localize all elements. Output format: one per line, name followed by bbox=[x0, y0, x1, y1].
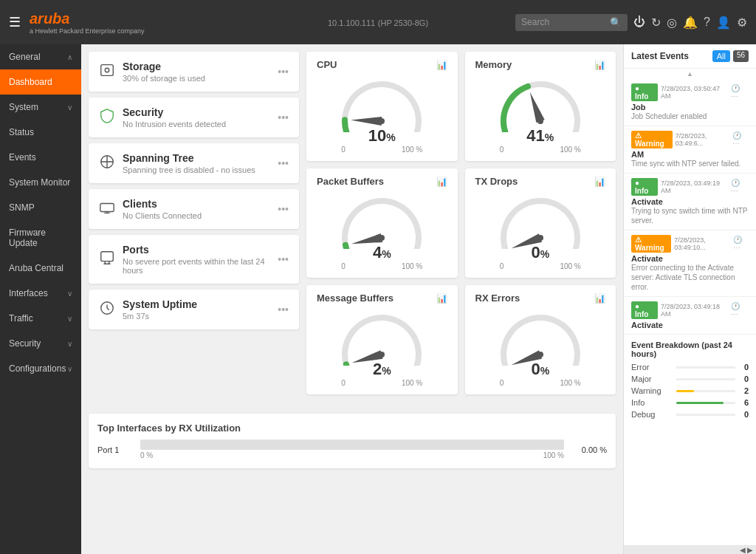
event-icons-2: 🕐 ⋯ bbox=[731, 179, 749, 195]
sidebar-aruba-label: Aruba Central bbox=[9, 263, 63, 273]
sidebar-item-dashboard[interactable]: Dashboard bbox=[0, 69, 81, 95]
logo: aruba a Hewlett Packard Enterprise compa… bbox=[30, 10, 145, 35]
sidebar-traffic-arrow: ∨ bbox=[67, 315, 72, 323]
gauge-max-memory: 100 % bbox=[560, 146, 580, 154]
gauge-chart-icon-rx_errors[interactable]: 📊 bbox=[594, 293, 605, 304]
card-more-3[interactable]: ••• bbox=[278, 203, 289, 215]
sidebar-interfaces-label: Interfaces bbox=[9, 288, 48, 298]
sidebar-events-label: Events bbox=[9, 152, 36, 163]
event-icons-3: 🕐 ⋯ bbox=[733, 236, 749, 252]
gauge-chart-icon-tx_drops[interactable]: 📊 bbox=[594, 177, 605, 187]
gauge-chart-icon-packet_buffers[interactable]: 📊 bbox=[436, 177, 447, 187]
sidebar-section-traffic[interactable]: Traffic ∨ bbox=[0, 306, 81, 331]
search-icon[interactable]: 🔍 bbox=[610, 17, 622, 28]
svg-point-1 bbox=[105, 68, 109, 72]
tab-all[interactable]: All bbox=[712, 50, 730, 62]
sidebar: General ∧ Dashboard System ∨ Status Even… bbox=[0, 44, 81, 554]
gauge-value-memory: 41% bbox=[526, 126, 554, 146]
breakdown-label-3: Info bbox=[631, 398, 672, 407]
event-time-2: 7/28/2023, 03:49:19 AM bbox=[661, 179, 728, 194]
scroll-right-icon[interactable]: ▶ bbox=[747, 546, 753, 554]
search-input[interactable] bbox=[521, 17, 610, 27]
port-label: Port 1 bbox=[97, 445, 134, 454]
sidebar-section-general[interactable]: General ∧ bbox=[0, 44, 81, 69]
card-title-1: Security bbox=[123, 106, 278, 118]
menu-icon[interactable]: ☰ bbox=[9, 14, 21, 30]
event-item-4[interactable]: ● Info 7/28/2023, 03:49:18 AM 🕐 ⋯ Activa… bbox=[624, 297, 756, 335]
card-info-1: Security No Intrusion events detected bbox=[123, 106, 278, 129]
card-icon-4 bbox=[99, 250, 115, 270]
card-security[interactable]: Security No Intrusion events detected ••… bbox=[89, 98, 299, 137]
card-ports[interactable]: Ports No severe port events within the l… bbox=[89, 235, 299, 284]
gauge-title-packet_buffers: Packet Buffers bbox=[317, 176, 384, 187]
sidebar-item-firmware[interactable]: Firmware Update bbox=[0, 220, 81, 256]
card-more-4[interactable]: ••• bbox=[278, 253, 289, 265]
svg-rect-0 bbox=[101, 64, 114, 75]
event-title-1: AM bbox=[631, 150, 749, 159]
sidebar-section-security[interactable]: Security ∨ bbox=[0, 331, 81, 356]
event-title-0: Job bbox=[631, 103, 749, 112]
card-more-1[interactable]: ••• bbox=[278, 112, 289, 123]
location-icon[interactable]: ◎ bbox=[667, 16, 677, 30]
breakdown-row-warning: Warning 2 bbox=[631, 386, 749, 395]
card-more-5[interactable]: ••• bbox=[278, 304, 289, 315]
gauge-title-cpu: CPU bbox=[317, 59, 337, 70]
sidebar-section-interfaces[interactable]: Interfaces ∨ bbox=[0, 281, 81, 306]
sidebar-item-snmp[interactable]: SNMP bbox=[0, 195, 81, 220]
card-more-0[interactable]: ••• bbox=[278, 66, 289, 78]
settings-icon[interactable]: ⚙ bbox=[737, 16, 747, 30]
event-item-1[interactable]: ⚠ Warning 7/28/2023, 03:49:6... 🕐 ⋯ AM T… bbox=[624, 126, 756, 174]
gauge-chart-icon-memory[interactable]: 📊 bbox=[594, 60, 605, 70]
help-icon[interactable]: ? bbox=[704, 16, 710, 29]
gauge-card-memory: Memory 📊 41% 0 100 % bbox=[465, 52, 616, 161]
power-icon[interactable]: ⏻ bbox=[633, 16, 645, 29]
gauge-title-rx_errors: RX Errors bbox=[475, 293, 520, 304]
sidebar-section-system[interactable]: System ∨ bbox=[0, 95, 81, 120]
gauge-max-packet_buffers: 100 % bbox=[402, 262, 422, 270]
sidebar-item-aruba-central[interactable]: Aruba Central bbox=[0, 256, 81, 281]
card-storage[interactable]: Storage 30% of storage is used ••• bbox=[89, 52, 299, 92]
gauge-unit-packet_buffers: % bbox=[382, 248, 391, 260]
horizontal-scrollbar[interactable]: ◀ ▶ bbox=[624, 545, 756, 554]
card-icon-0 bbox=[99, 62, 115, 82]
sidebar-section-configurations[interactable]: Configurations ∨ bbox=[0, 356, 81, 381]
event-item-3[interactable]: ⚠ Warning 7/28/2023, 03:49:10... 🕐 ⋯ Act… bbox=[624, 230, 756, 297]
card-more-2[interactable]: ••• bbox=[278, 157, 289, 169]
event-desc-0: Job Scheduler enabled bbox=[631, 112, 749, 121]
breakdown-list: Error 0 Major 0 Warning 2 Info 6 Debug 0 bbox=[631, 363, 749, 419]
port-bar-container bbox=[140, 440, 564, 450]
card-sub-4: No severe port events within the last 24… bbox=[123, 257, 278, 275]
breakdown-count-0: 0 bbox=[740, 363, 749, 372]
panel-header: Latest Events All 56 bbox=[624, 44, 756, 69]
gauge-title-message_buffers: Message Buffers bbox=[317, 293, 394, 304]
card-sub-1: No Intrusion events detected bbox=[123, 120, 278, 129]
card-clients[interactable]: Clients No Clients Connected ••• bbox=[89, 189, 299, 229]
gauge-min-message_buffers: 0 bbox=[341, 379, 346, 387]
refresh-icon[interactable]: ↻ bbox=[651, 16, 661, 30]
card-info-5: System Uptime 5m 37s bbox=[123, 298, 278, 321]
event-item-0[interactable]: ● Info 7/28/2023, 03:50:47 AM 🕐 ⋯ Job Jo… bbox=[624, 79, 756, 126]
card-spanning-tree[interactable]: Spanning Tree Spanning tree is disabled … bbox=[89, 143, 299, 183]
svg-rect-3 bbox=[100, 203, 114, 211]
user-icon[interactable]: 👤 bbox=[716, 16, 731, 30]
card-system-uptime[interactable]: System Uptime 5m 37s ••• bbox=[89, 290, 299, 329]
sidebar-item-events[interactable]: Events bbox=[0, 145, 81, 170]
sidebar-item-system-monitor[interactable]: System Monitor bbox=[0, 170, 81, 195]
scroll-left-icon[interactable]: ◀ bbox=[740, 546, 746, 554]
gauge-value-cpu: 10% bbox=[368, 126, 396, 146]
svg-point-9 bbox=[537, 118, 543, 124]
device-model: (HP 2530-8G) bbox=[378, 18, 428, 27]
sidebar-system-label: System bbox=[9, 102, 38, 112]
bell-icon[interactable]: 🔔 bbox=[683, 16, 698, 30]
topbar: ☰ aruba a Hewlett Packard Enterprise com… bbox=[0, 0, 756, 44]
event-time-1: 7/28/2023, 03:49:6... bbox=[676, 132, 729, 147]
gauge-chart-icon-cpu[interactable]: 📊 bbox=[436, 60, 447, 70]
gauge-chart-icon-message_buffers[interactable]: 📊 bbox=[436, 293, 447, 304]
sidebar-item-status[interactable]: Status bbox=[0, 120, 81, 145]
event-title-4: Activate bbox=[631, 321, 749, 329]
event-item-2[interactable]: ● Info 7/28/2023, 03:49:19 AM 🕐 ⋯ Activa… bbox=[624, 174, 756, 230]
gauge-header-rx_errors: RX Errors 📊 bbox=[475, 293, 606, 304]
card-info-2: Spanning Tree Spanning tree is disabled … bbox=[123, 152, 278, 174]
search-area[interactable]: 🔍 bbox=[515, 14, 628, 31]
gauge-labels-rx_errors: 0 100 % bbox=[500, 379, 581, 387]
